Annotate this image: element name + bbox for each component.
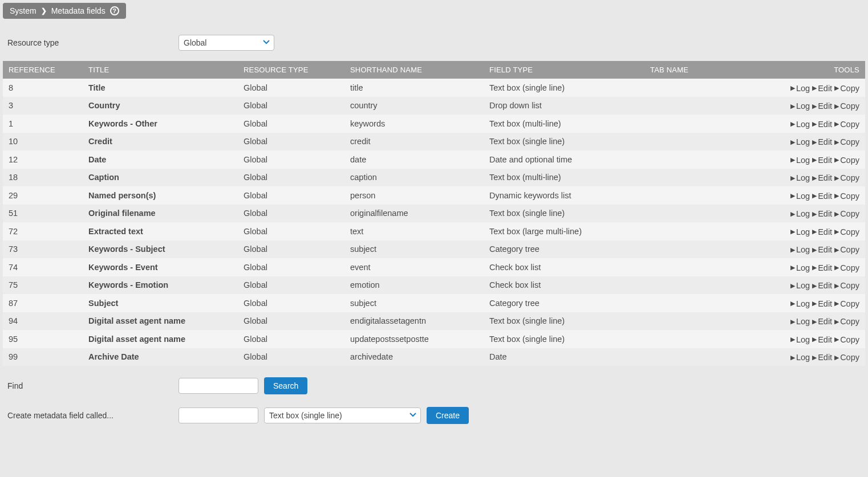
cell-shorthand: archivedate <box>344 348 484 366</box>
edit-link[interactable]: ▶ Edit <box>812 335 832 344</box>
edit-link[interactable]: ▶ Edit <box>812 281 832 290</box>
cell-title[interactable]: Archive Date <box>83 348 238 366</box>
log-link[interactable]: ▶ Log <box>790 245 810 254</box>
cell-title[interactable]: Digital asset agent name <box>83 312 238 331</box>
log-link[interactable]: ▶ Log <box>790 191 810 201</box>
copy-link[interactable]: ▶ Copy <box>834 263 859 272</box>
log-link[interactable]: ▶ Log <box>790 137 810 146</box>
caret-right-icon: ▶ <box>812 193 817 199</box>
log-link[interactable]: ▶ Log <box>790 173 810 182</box>
edit-link[interactable]: ▶ Edit <box>812 353 832 362</box>
copy-link[interactable]: ▶ Copy <box>834 245 859 254</box>
copy-link[interactable]: ▶ Copy <box>834 137 859 146</box>
col-reference[interactable]: REFERENCE <box>3 61 83 79</box>
cell-title[interactable]: Keywords - Emotion <box>83 276 238 295</box>
cell-title[interactable]: Digital asset agent name <box>83 330 238 348</box>
edit-link[interactable]: ▶ Edit <box>812 209 832 218</box>
copy-link[interactable]: ▶ Copy <box>834 227 859 237</box>
copy-link[interactable]: ▶ Copy <box>834 299 859 308</box>
cell-title[interactable]: Subject <box>83 294 238 312</box>
log-link[interactable]: ▶ Log <box>790 317 810 326</box>
caret-right-icon: ▶ <box>812 336 817 343</box>
copy-link[interactable]: ▶ Copy <box>834 317 859 326</box>
edit-link[interactable]: ▶ Edit <box>812 245 832 254</box>
create-type-select[interactable]: Text box (single line) <box>264 407 421 423</box>
chevron-right-icon: ❯ <box>41 7 47 15</box>
copy-link[interactable]: ▶ Copy <box>834 84 859 93</box>
log-link[interactable]: ▶ Log <box>790 281 810 290</box>
col-field-type[interactable]: FIELD TYPE <box>484 61 644 79</box>
caret-right-icon: ▶ <box>834 121 839 127</box>
cell-title[interactable]: Date <box>83 150 238 169</box>
help-icon[interactable]: ? <box>110 6 119 15</box>
col-title[interactable]: TITLE <box>83 61 238 79</box>
breadcrumb-page[interactable]: Metadata fields <box>51 6 106 15</box>
log-link[interactable]: ▶ Log <box>790 84 810 93</box>
cell-title[interactable]: Caption <box>83 169 238 187</box>
col-resource-type[interactable]: RESOURCE TYPE <box>238 61 344 79</box>
edit-link[interactable]: ▶ Edit <box>812 156 832 165</box>
edit-link[interactable]: ▶ Edit <box>812 263 832 272</box>
cell-title[interactable]: Country <box>83 97 238 115</box>
cell-title[interactable]: Title <box>83 79 238 97</box>
copy-link[interactable]: ▶ Copy <box>834 120 859 129</box>
cell-tab-name <box>644 258 747 276</box>
cell-title[interactable]: Keywords - Subject <box>83 240 238 259</box>
log-link[interactable]: ▶ Log <box>790 263 810 272</box>
caret-right-icon: ▶ <box>790 319 795 325</box>
edit-link[interactable]: ▶ Edit <box>812 191 832 201</box>
edit-link[interactable]: ▶ Edit <box>812 137 832 146</box>
caret-right-icon: ▶ <box>790 283 795 289</box>
copy-link[interactable]: ▶ Copy <box>834 101 859 111</box>
caret-right-icon: ▶ <box>812 85 817 91</box>
cell-title[interactable]: Credit <box>83 133 238 151</box>
find-input[interactable] <box>179 378 258 394</box>
edit-link[interactable]: ▶ Edit <box>812 173 832 182</box>
col-shorthand[interactable]: SHORTHAND NAME <box>344 61 484 79</box>
log-link[interactable]: ▶ Log <box>790 209 810 218</box>
caret-right-icon: ▶ <box>790 211 795 217</box>
cell-field-type: Category tree <box>484 240 644 259</box>
cell-title[interactable]: Original filename <box>83 205 238 223</box>
create-name-input[interactable] <box>179 407 258 423</box>
copy-link[interactable]: ▶ Copy <box>834 156 859 165</box>
log-link[interactable]: ▶ Log <box>790 299 810 308</box>
cell-shorthand: event <box>344 258 484 276</box>
copy-link[interactable]: ▶ Copy <box>834 281 859 290</box>
cell-shorthand: keywords <box>344 115 484 133</box>
edit-link[interactable]: ▶ Edit <box>812 120 832 129</box>
edit-link[interactable]: ▶ Edit <box>812 84 832 93</box>
edit-link[interactable]: ▶ Edit <box>812 101 832 111</box>
breadcrumb: System ❯ Metadata fields ? <box>3 3 126 19</box>
log-link[interactable]: ▶ Log <box>790 120 810 129</box>
cell-title[interactable]: Keywords - Event <box>83 258 238 276</box>
resource-type-select[interactable]: Global <box>179 35 274 51</box>
create-button[interactable]: Create <box>427 407 469 424</box>
log-link[interactable]: ▶ Log <box>790 353 810 362</box>
copy-link[interactable]: ▶ Copy <box>834 335 859 344</box>
search-button[interactable]: Search <box>264 377 307 394</box>
cell-reference: 99 <box>3 348 83 366</box>
cell-title[interactable]: Extracted text <box>83 222 238 240</box>
edit-link[interactable]: ▶ Edit <box>812 317 832 326</box>
edit-link[interactable]: ▶ Edit <box>812 299 832 308</box>
cell-title[interactable]: Named person(s) <box>83 186 238 205</box>
log-link[interactable]: ▶ Log <box>790 156 810 165</box>
copy-link[interactable]: ▶ Copy <box>834 191 859 201</box>
edit-link[interactable]: ▶ Edit <box>812 227 832 237</box>
cell-tab-name <box>644 205 747 223</box>
cell-reference: 3 <box>3 97 83 115</box>
table-row: 1Keywords - OtherGlobalkeywordsText box … <box>3 115 865 133</box>
breadcrumb-system[interactable]: System <box>10 6 36 15</box>
copy-link[interactable]: ▶ Copy <box>834 209 859 218</box>
log-link[interactable]: ▶ Log <box>790 227 810 237</box>
cell-reference: 72 <box>3 222 83 240</box>
table-row: 18CaptionGlobalcaptionText box (multi-li… <box>3 169 865 187</box>
log-link[interactable]: ▶ Log <box>790 101 810 111</box>
cell-title[interactable]: Keywords - Other <box>83 115 238 133</box>
log-link[interactable]: ▶ Log <box>790 335 810 344</box>
copy-link[interactable]: ▶ Copy <box>834 173 859 182</box>
cell-field-type: Category tree <box>484 294 644 312</box>
col-tab-name[interactable]: TAB NAME <box>644 61 747 79</box>
copy-link[interactable]: ▶ Copy <box>834 353 859 362</box>
